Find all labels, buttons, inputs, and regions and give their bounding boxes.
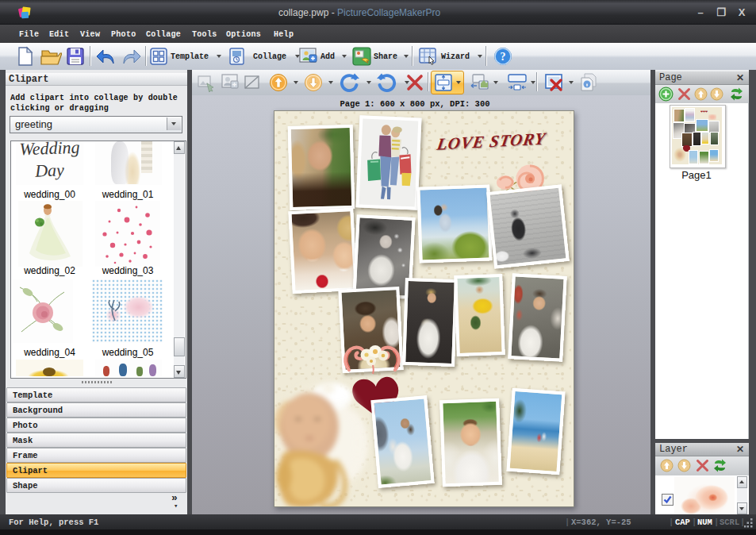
svg-text:?: ? bbox=[501, 51, 506, 63]
